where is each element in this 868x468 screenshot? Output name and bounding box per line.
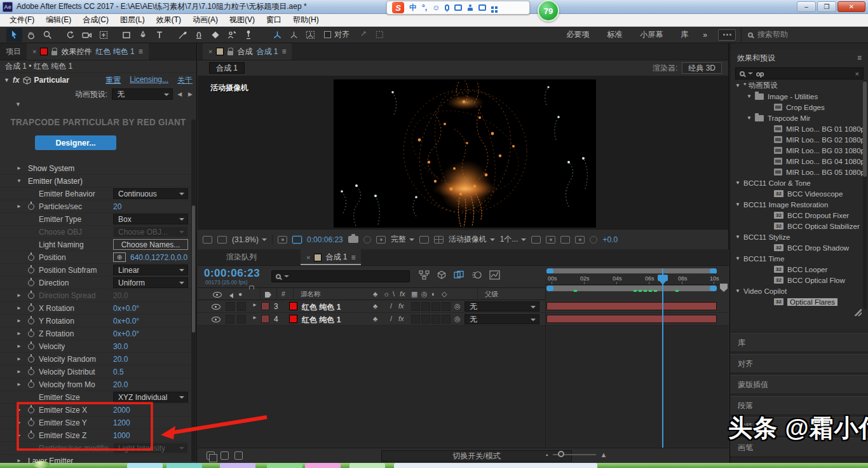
puppet-pin-tool[interactable]	[240, 28, 256, 42]
orbit-camera-tool[interactable]	[62, 28, 78, 42]
shape-tool[interactable]	[118, 28, 134, 42]
workspace-settings-icon[interactable]	[718, 29, 736, 41]
tree-expand-icon[interactable]: ▼	[735, 288, 743, 294]
playhead-line[interactable]	[662, 268, 663, 448]
param-value[interactable]: 20.0	[113, 291, 128, 300]
tree-expand-icon[interactable]: ▼	[747, 115, 755, 121]
tree-item-label[interactable]: MIR Loo... BG 02 1080p	[786, 136, 865, 144]
param-control[interactable]: 0x+0.0°	[113, 328, 139, 339]
parent-pickwhip-icon[interactable]: ◎	[454, 315, 461, 323]
param-value[interactable]: 30.0	[113, 342, 128, 351]
close-tab-icon[interactable]: ×	[306, 254, 310, 261]
tab-timeline-comp[interactable]: × 合成 1 ≡	[301, 249, 361, 265]
windows-taskbar[interactable]	[0, 463, 868, 468]
stopwatch-icon[interactable]	[28, 420, 34, 426]
timeline-search-input[interactable]	[292, 273, 394, 280]
pc-optimizer-badge[interactable]: 79	[538, 0, 559, 22]
param-control[interactable]: 1200	[113, 417, 130, 428]
menu-item[interactable]: 窗口	[261, 15, 287, 25]
start-orb-icon[interactable]	[33, 461, 50, 468]
previous-preset-icon[interactable]: ◀	[177, 91, 182, 97]
param-control[interactable]: XYZ Individual	[113, 392, 188, 403]
tree-item-label[interactable]: MIR Loo... BG 04 1080p	[786, 158, 865, 165]
sogou-logo-icon[interactable]: S	[392, 2, 404, 13]
ime-skin-icon[interactable]	[478, 4, 486, 11]
clone-stamp-tool[interactable]	[191, 28, 207, 42]
lock-icon[interactable]	[227, 51, 233, 55]
comp-mini-flowchart-icon[interactable]	[419, 270, 430, 280]
pen-tool[interactable]	[135, 28, 151, 42]
tree-item-label[interactable]: BCC Optical Flow	[787, 277, 845, 284]
tree-item-label[interactable]: BCC Looper	[787, 266, 827, 273]
workspace-tab[interactable]: 库	[672, 29, 697, 40]
param-row[interactable]: ► Velocity Distribut 0.5	[0, 366, 191, 378]
roto-brush-tool[interactable]	[224, 28, 240, 42]
tree-item-label[interactable]: MIR Loo... BG 01 1080p	[786, 125, 865, 133]
solid-color-swatch[interactable]	[289, 315, 297, 323]
position-crosshair-icon[interactable]	[113, 252, 126, 262]
workspace-tab[interactable]: 必要项	[557, 29, 598, 40]
timeline-button-icon[interactable]	[560, 236, 570, 244]
panel-resize-icon[interactable]	[855, 309, 862, 316]
tree-item[interactable]: MIR Loo... BG 01 1080p	[730, 123, 864, 134]
tree-item-label[interactable]: BCC Drop Shadow	[787, 244, 849, 252]
close-tab-icon[interactable]: ×	[32, 48, 36, 55]
stopwatch-icon[interactable]	[28, 305, 34, 312]
universal-3d-gizmo-icon[interactable]	[269, 28, 285, 42]
param-control[interactable]: Linear	[113, 265, 188, 275]
type-tool[interactable]	[151, 28, 167, 42]
reset-exposure-icon[interactable]	[590, 236, 597, 244]
tree-item-label[interactable]: MIR Loo... BG 03 1080p	[786, 147, 865, 155]
tree-item[interactable]: ▼ BCC11 Color & Tone	[730, 177, 864, 188]
ec-scrollbar[interactable]	[191, 120, 196, 462]
timeline-search-box[interactable]	[271, 270, 410, 282]
tree-item-label[interactable]: BCC11 Time	[743, 255, 784, 263]
stopwatch-icon[interactable]	[28, 343, 34, 350]
audio-toggle-slot[interactable]	[226, 302, 234, 311]
menu-item[interactable]: 文件(F)	[4, 15, 40, 25]
tree-expand-icon[interactable]: ▼	[735, 234, 743, 240]
param-value[interactable]: 2000	[113, 406, 130, 415]
collapse-effect-icon[interactable]: ▼	[4, 77, 10, 83]
region-of-interest-icon[interactable]	[292, 236, 302, 244]
expand-transfer-controls-icon[interactable]	[220, 451, 229, 460]
param-row[interactable]: Emitter Type Box	[0, 213, 191, 226]
taskbar-app-button[interactable]	[305, 463, 341, 468]
eraser-tool[interactable]	[207, 28, 223, 42]
stopwatch-icon[interactable]	[28, 369, 34, 375]
effects-search-input[interactable]	[756, 70, 845, 78]
param-value[interactable]: Uniform	[118, 279, 145, 287]
magnification-dropdown[interactable]: (31.8%)	[232, 235, 267, 244]
workspace-tab[interactable]: 小屏幕	[631, 29, 672, 40]
expand-arrow-icon[interactable]: ►	[17, 420, 28, 425]
motion-blur-slot[interactable]	[421, 315, 430, 324]
tree-item-label[interactable]: BCC Dropout Fixer	[787, 212, 849, 219]
expand-arrow-icon[interactable]: ►	[17, 458, 28, 463]
tree-item[interactable]: ▼ Image - Utilities	[730, 91, 864, 102]
transparency-grid-icon[interactable]	[434, 236, 444, 244]
expand-in-out-icon[interactable]	[234, 451, 243, 460]
tree-item[interactable]: ▼ BCC11 Image Restoration	[730, 199, 864, 210]
stopwatch-icon[interactable]	[28, 280, 34, 286]
ec-scroll-thumb[interactable]	[192, 205, 195, 333]
layer-expand-arrow[interactable]: ►	[252, 302, 257, 308]
screen-3d-gizmo-icon[interactable]	[302, 28, 318, 42]
fx-toggle[interactable]: fx	[398, 315, 404, 322]
soft-keyboard-icon[interactable]	[454, 4, 462, 11]
param-control[interactable]: 30.0	[113, 341, 128, 352]
tree-item[interactable]: Crop Edges	[730, 102, 864, 113]
timeline-zoom-control[interactable]: ▴ ▲	[546, 451, 607, 458]
param-row[interactable]: ► Direction Spread 20.0	[0, 289, 191, 302]
menu-item[interactable]: 视图(V)	[224, 15, 261, 25]
threed-slot[interactable]	[442, 315, 451, 324]
resolution-dropdown[interactable]: 完整	[391, 234, 414, 245]
view-layout-dropdown[interactable]: 1个...	[500, 234, 527, 245]
stopwatch-icon[interactable]	[28, 254, 34, 261]
param-row[interactable]: ► Z Rotation 0x+0.0°	[0, 327, 191, 340]
composition-stage[interactable]	[334, 79, 596, 228]
expand-arrow-icon[interactable]: ►	[17, 318, 28, 324]
expand-arrow-icon[interactable]: ►	[17, 305, 28, 311]
next-preset-icon[interactable]: ▶	[188, 91, 193, 97]
stopwatch-icon[interactable]	[28, 318, 34, 324]
param-value[interactable]: XYZ Individual	[118, 393, 167, 402]
